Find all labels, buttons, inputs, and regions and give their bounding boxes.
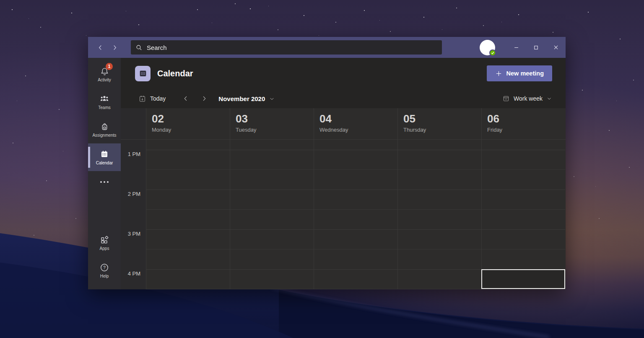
maximize-button[interactable] [526,37,546,58]
calendar-icon [99,149,109,159]
week-nav [177,91,213,106]
chevron-left-icon [97,44,104,51]
chevron-down-icon [269,96,275,102]
day-header-gutter [121,108,146,139]
day-header-thursday[interactable]: 05 Thursday [397,108,481,139]
view-picker[interactable]: Work week [502,95,552,102]
teams-window: 1 Activity Teams Assignments [88,37,566,289]
presence-available-icon [489,49,496,56]
search-bar[interactable] [131,40,442,55]
day-column-friday[interactable] [481,140,565,289]
app-rail: 1 Activity Teams Assignments [88,58,121,289]
grid-columns [146,140,566,289]
window-controls [506,37,566,58]
close-button[interactable] [546,37,566,58]
history-back-button[interactable] [93,37,107,58]
day-number: 03 [236,112,314,125]
new-meeting-button[interactable]: New meeting [487,65,552,81]
help-icon: ? [99,263,109,273]
close-icon [553,44,559,50]
plus-icon [495,70,502,77]
sidebar-item-label: Apps [100,246,109,251]
day-column-thursday[interactable] [397,140,481,289]
sidebar-item-label: Calendar [96,161,113,165]
time-label: 2 PM [122,191,140,198]
day-name: Friday [487,127,565,133]
rail-spacer [88,193,121,229]
day-name: Tuesday [236,127,314,133]
minimize-button[interactable] [506,37,526,58]
view-label: Work week [514,95,543,102]
chevron-right-icon [111,44,118,51]
calendar-view-icon [502,95,510,102]
sidebar-item-assignments[interactable]: Assignments [88,116,121,143]
desktop: 1 Activity Teams Assignments [0,0,644,338]
sidebar-item-label: Assignments [92,133,116,138]
day-header-row: 02 Monday 03 Tuesday 04 Wednesday 05 Thu… [121,108,566,139]
selected-time-slot[interactable] [481,269,565,289]
month-picker[interactable]: November 2020 [218,95,275,102]
month-label: November 2020 [218,95,265,102]
search-icon [135,44,143,51]
search-input[interactable] [131,40,442,55]
sidebar-item-help[interactable]: ? Help [88,257,121,284]
people-group-icon [99,94,109,104]
profile-menu-button[interactable] [480,40,495,55]
day-column-wednesday[interactable] [314,140,397,289]
day-header-wednesday[interactable]: 04 Wednesday [314,108,397,139]
today-label: Today [150,95,166,102]
sidebar-item-more[interactable] [88,171,121,193]
calendar-today-icon [138,95,146,103]
day-column-monday[interactable] [146,140,230,289]
day-number: 04 [319,112,397,125]
calendar-header: Calendar New meeting [121,58,566,89]
previous-week-button[interactable] [177,91,195,106]
day-name: Wednesday [319,127,397,133]
day-number: 02 [152,112,230,125]
chevron-down-icon [546,96,552,101]
day-column-tuesday[interactable] [230,140,314,289]
day-name: Thursday [403,127,481,133]
calendar-toolbar: Today November 2020 [121,89,566,108]
history-forward-button[interactable] [107,37,122,58]
sidebar-item-calendar[interactable]: Calendar [88,143,121,171]
time-label: 3 PM [122,231,140,238]
ellipsis-icon [100,181,109,183]
calendar-app: Calendar New meeting Today [121,58,566,289]
sidebar-item-label: Teams [98,105,110,110]
svg-text:?: ? [103,265,106,270]
calendar-app-icon [135,66,151,81]
backpack-icon [100,122,109,132]
minimize-icon [514,45,519,50]
day-header-tuesday[interactable]: 03 Tuesday [230,108,314,139]
time-gutter: 1 PM 2 PM 3 PM 4 PM [121,140,146,289]
day-name: Monday [152,127,230,133]
day-number: 05 [403,112,481,125]
next-week-button[interactable] [195,91,213,106]
sidebar-item-apps[interactable]: Apps [88,229,121,257]
week-grid: 1 PM 2 PM 3 PM 4 PM [121,139,566,289]
today-button[interactable]: Today [138,95,166,103]
day-number: 06 [487,112,565,125]
sidebar-item-activity[interactable]: 1 Activity [88,60,121,88]
new-meeting-label: New meeting [506,70,544,77]
chevron-left-icon [182,95,190,102]
title-bar [88,37,566,58]
time-label: 4 PM [122,270,140,278]
activity-badge: 1 [106,63,113,70]
wallpaper-stars-small [0,0,0,0]
time-label: 1 PM [122,151,140,159]
maximize-icon [533,45,539,50]
day-header-friday[interactable]: 06 Friday [481,108,565,139]
sidebar-item-label: Help [100,274,109,278]
sidebar-item-label: Activity [98,78,111,82]
page-title: Calendar [157,69,193,78]
day-header-monday[interactable]: 02 Monday [146,108,230,139]
sidebar-item-teams[interactable]: Teams [88,88,121,116]
apps-icon [99,235,109,245]
chevron-right-icon [200,95,208,102]
